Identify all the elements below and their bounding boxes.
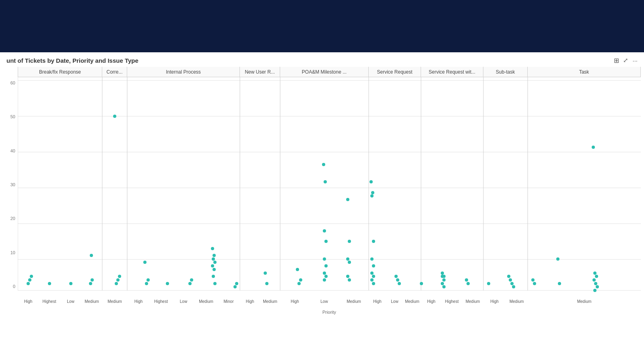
dot bbox=[213, 261, 217, 264]
dot bbox=[213, 254, 216, 257]
dot bbox=[212, 257, 215, 261]
dot bbox=[48, 282, 51, 285]
dot bbox=[211, 247, 214, 250]
dot bbox=[233, 285, 237, 288]
dot bbox=[371, 191, 374, 194]
more-icon[interactable]: ··· bbox=[632, 57, 638, 64]
dot bbox=[166, 282, 169, 285]
y-axis: 60 50 40 30 20 10 0 bbox=[0, 77, 18, 290]
priority-label-sr-low: Low bbox=[386, 299, 403, 308]
priority-label-poam-high: High bbox=[280, 299, 310, 308]
dot bbox=[348, 261, 351, 264]
dot bbox=[507, 275, 510, 278]
dot bbox=[235, 282, 238, 285]
dot bbox=[264, 272, 267, 275]
dot bbox=[369, 180, 373, 183]
dot bbox=[28, 278, 31, 282]
priority-label-ip-highest: Highest bbox=[150, 299, 172, 308]
dot bbox=[30, 275, 33, 278]
issue-header-sr: Service Request bbox=[369, 67, 421, 77]
dot bbox=[323, 278, 326, 282]
chart-svg bbox=[18, 77, 641, 298]
dot bbox=[213, 268, 216, 271]
y-tick-40: 40 bbox=[0, 147, 18, 155]
dot bbox=[396, 278, 399, 282]
priority-label-st-medium: Medium bbox=[506, 299, 528, 308]
dot bbox=[296, 268, 299, 271]
priority-label-bf-low: Low bbox=[60, 299, 81, 308]
priority-label-task-medium: Medium bbox=[528, 299, 641, 308]
dot bbox=[372, 275, 375, 278]
dot bbox=[190, 278, 193, 282]
chart-container: unt of Tickets by Date, Priority and Iss… bbox=[0, 52, 644, 362]
priority-label-bf-medium: Medium bbox=[81, 299, 102, 308]
dot bbox=[324, 264, 328, 267]
dot bbox=[394, 275, 398, 278]
y-tick-60: 60 bbox=[0, 79, 18, 87]
issue-header-srwit: Service Request wit... bbox=[421, 67, 483, 77]
dot bbox=[466, 282, 470, 285]
top-bar bbox=[0, 0, 644, 52]
dot bbox=[370, 278, 374, 282]
priority-label-srw-high: High bbox=[421, 299, 442, 308]
chart-actions: ⊞ ⤢ ··· bbox=[614, 57, 638, 64]
dot bbox=[27, 282, 30, 285]
dot bbox=[322, 163, 325, 166]
dot bbox=[113, 115, 116, 118]
dot bbox=[487, 282, 490, 285]
dot bbox=[323, 229, 326, 232]
y-tick-20: 20 bbox=[0, 214, 18, 222]
y-tick-0: 0 bbox=[0, 282, 18, 290]
dot bbox=[90, 254, 93, 257]
dot bbox=[299, 278, 302, 282]
dot bbox=[348, 278, 351, 282]
dot bbox=[372, 240, 375, 243]
dot bbox=[442, 285, 446, 288]
dot bbox=[265, 282, 268, 285]
priority-label-sr-high: High bbox=[369, 299, 386, 308]
priority-label-ip-minor: Minor bbox=[217, 299, 240, 308]
chart-header: unt of Tickets by Date, Priority and Iss… bbox=[0, 52, 644, 67]
dot bbox=[69, 282, 72, 285]
dot bbox=[211, 264, 214, 267]
filter-icon[interactable]: ⊞ bbox=[614, 57, 619, 64]
dot bbox=[324, 275, 328, 278]
dot bbox=[323, 257, 326, 261]
dot bbox=[592, 146, 595, 149]
dot bbox=[118, 275, 121, 278]
expand-icon[interactable]: ⤢ bbox=[623, 57, 628, 64]
priority-label-nu-high: High bbox=[240, 299, 260, 308]
priority-label-ip-low: Low bbox=[172, 299, 195, 308]
dot bbox=[370, 194, 374, 197]
priority-label-poam-medium: Medium bbox=[339, 299, 369, 308]
dot bbox=[143, 261, 147, 264]
dot bbox=[297, 282, 301, 285]
chart-title: unt of Tickets by Date, Priority and Iss… bbox=[6, 57, 138, 64]
dot bbox=[398, 282, 401, 285]
priority-label-nu-medium: Medium bbox=[260, 299, 280, 308]
dot bbox=[91, 278, 94, 282]
dot bbox=[593, 289, 597, 292]
priority-label-ip-medium: Medium bbox=[195, 299, 217, 308]
dot bbox=[323, 272, 326, 275]
issue-header-internal: Internal Process bbox=[127, 67, 240, 77]
dot bbox=[593, 272, 597, 275]
dot bbox=[324, 180, 327, 183]
y-tick-10: 10 bbox=[0, 249, 18, 257]
dot bbox=[558, 282, 561, 285]
priority-label-srw-highest: Highest bbox=[442, 299, 462, 308]
dot bbox=[370, 257, 374, 261]
dot bbox=[594, 282, 597, 285]
dot bbox=[592, 278, 596, 282]
priority-label-sr-medium: Medium bbox=[403, 299, 421, 308]
priority-labels-row: High Highest Low Medium Medium High High… bbox=[18, 299, 641, 308]
priority-label-co-medium: Medium bbox=[102, 299, 127, 308]
dot bbox=[212, 275, 215, 278]
dot bbox=[372, 264, 375, 267]
dot bbox=[509, 278, 512, 282]
dot bbox=[596, 285, 599, 288]
dot bbox=[115, 282, 118, 285]
priority-label-bf-high: High bbox=[18, 299, 39, 308]
issue-header-task: Task bbox=[528, 67, 641, 77]
dot bbox=[595, 275, 598, 278]
